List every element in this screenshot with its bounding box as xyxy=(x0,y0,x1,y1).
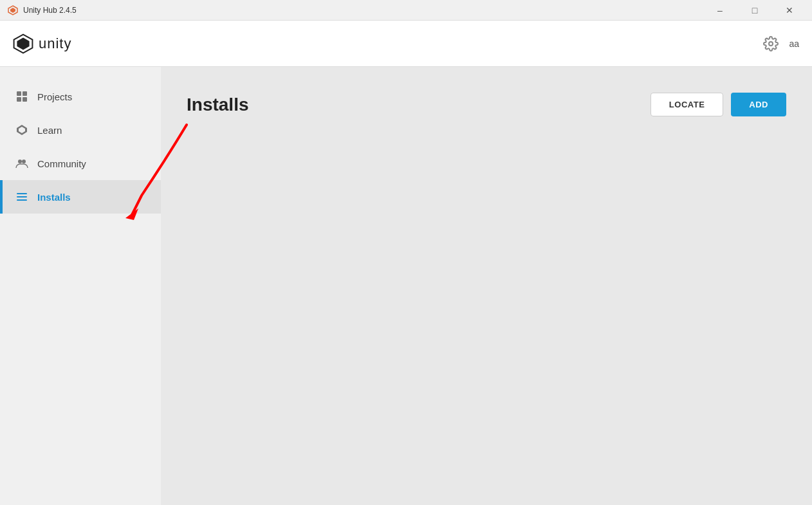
unity-hub-titlebar-icon xyxy=(8,5,18,15)
avatar-label: aa xyxy=(789,39,799,49)
page-title: Installs xyxy=(187,95,248,115)
svg-marker-3 xyxy=(17,37,29,50)
svg-rect-5 xyxy=(17,91,21,96)
svg-rect-6 xyxy=(23,91,27,96)
content-header: Installs LOCATE ADD xyxy=(187,93,786,116)
sidebar-item-projects[interactable]: Projects xyxy=(0,80,161,113)
content-area: Installs LOCATE ADD xyxy=(161,67,812,505)
sidebar-item-community[interactable]: Community xyxy=(0,147,161,180)
close-button[interactable]: ✕ xyxy=(775,0,804,21)
titlebar-left: Unity Hub 2.4.5 xyxy=(8,5,77,15)
svg-point-4 xyxy=(769,42,773,46)
installs-icon xyxy=(15,190,28,203)
sidebar: Projects Learn Community xyxy=(0,67,161,505)
svg-rect-8 xyxy=(23,97,27,102)
svg-marker-1 xyxy=(10,8,15,13)
unity-logo-icon xyxy=(13,33,33,54)
header: unity aa xyxy=(0,21,812,67)
main-layout: Projects Learn Community xyxy=(0,67,812,505)
content-actions: LOCATE ADD xyxy=(651,93,786,116)
learn-icon xyxy=(15,124,28,136)
svg-rect-7 xyxy=(17,97,21,102)
sidebar-learn-label: Learn xyxy=(37,125,62,136)
sidebar-installs-label: Installs xyxy=(37,192,71,203)
locate-button[interactable]: LOCATE xyxy=(651,93,723,116)
unity-logo-text: unity xyxy=(39,35,71,52)
minimize-button[interactable]: – xyxy=(705,0,735,21)
svg-point-11 xyxy=(18,160,22,163)
sidebar-community-label: Community xyxy=(37,158,86,169)
svg-point-12 xyxy=(22,160,26,163)
sidebar-projects-label: Projects xyxy=(37,91,72,102)
maximize-button[interactable]: □ xyxy=(740,0,770,21)
community-icon xyxy=(15,157,28,170)
sidebar-item-learn[interactable]: Learn xyxy=(0,113,161,147)
titlebar-title: Unity Hub 2.4.5 xyxy=(23,6,77,15)
header-logo: unity xyxy=(13,33,71,54)
add-button[interactable]: ADD xyxy=(731,93,786,116)
header-right: aa xyxy=(763,36,799,51)
projects-icon xyxy=(15,90,28,103)
settings-icon[interactable] xyxy=(763,36,779,51)
titlebar-controls: – □ ✕ xyxy=(705,0,804,21)
titlebar: Unity Hub 2.4.5 – □ ✕ xyxy=(0,0,812,21)
sidebar-item-installs[interactable]: Installs xyxy=(0,180,161,214)
